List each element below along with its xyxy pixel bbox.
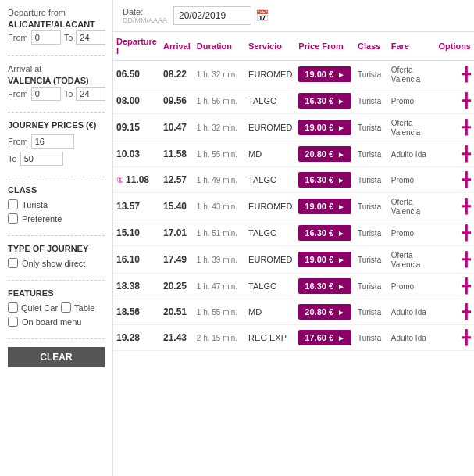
- journey-type-header: TYPE OF JOURNEY: [8, 244, 105, 253]
- arrival-cell: 12.57: [160, 167, 194, 193]
- options-cell[interactable]: ╋: [435, 299, 474, 325]
- fare-text: Promo: [391, 97, 414, 106]
- duration-text: 1 h. 51 min.: [197, 229, 237, 238]
- price-cell[interactable]: 16.30 € ►: [295, 88, 355, 114]
- price-button[interactable]: 16.30 € ►: [298, 172, 351, 188]
- price-cell[interactable]: 19.00 € ►: [295, 193, 355, 220]
- add-button[interactable]: ╋: [462, 224, 471, 242]
- add-button[interactable]: ╋: [462, 145, 471, 163]
- fare-cell: Promo: [388, 220, 436, 246]
- price-button[interactable]: 16.30 € ►: [298, 278, 351, 294]
- price-button[interactable]: 16.30 € ►: [298, 93, 351, 109]
- options-cell[interactable]: ╋: [435, 141, 474, 167]
- departure-time-range: From To: [8, 30, 105, 45]
- add-button[interactable]: ╋: [462, 198, 471, 215]
- price-cell[interactable]: 20.80 € ►: [295, 299, 355, 325]
- options-cell[interactable]: ╋: [435, 88, 474, 114]
- options-cell[interactable]: ╋: [435, 220, 474, 246]
- departure-cell: 08.00: [113, 88, 160, 114]
- price-cell[interactable]: 16.30 € ►: [295, 220, 355, 246]
- add-button[interactable]: ╋: [462, 66, 471, 83]
- options-cell[interactable]: ╋: [435, 246, 474, 274]
- price-cell[interactable]: 19.00 € ►: [295, 114, 355, 141]
- options-cell[interactable]: ╋: [435, 274, 474, 299]
- quiet-car-label: Quiet Car: [21, 303, 58, 313]
- price-button[interactable]: 19.00 € ►: [298, 252, 351, 267]
- duration-cell: 1 h. 55 min.: [194, 299, 245, 325]
- add-button[interactable]: ╋: [462, 171, 471, 188]
- calendar-icon[interactable]: 📅: [255, 9, 269, 22]
- table-header-row: Departure I Arrival Duration Servicio Pr…: [113, 32, 474, 61]
- arrival-time: 15.40: [163, 201, 187, 212]
- add-button[interactable]: ╋: [462, 329, 471, 346]
- arrival-cell: 09.56: [160, 88, 194, 114]
- duration-cell: 2 h. 15 min.: [194, 325, 245, 351]
- fare-text: Promo: [391, 176, 414, 184]
- price-button[interactable]: 20.80 € ►: [298, 304, 351, 320]
- price-button[interactable]: 16.30 € ►: [298, 225, 351, 241]
- price-button[interactable]: 19.00 € ►: [298, 120, 351, 135]
- col-header-departure: Departure I: [113, 32, 160, 61]
- class-text: Turista: [358, 70, 381, 79]
- class-preferente-checkbox[interactable]: [8, 213, 18, 224]
- options-cell[interactable]: ╋: [435, 114, 474, 141]
- add-button[interactable]: ╋: [462, 119, 471, 136]
- fare-cell: Promo: [388, 88, 436, 114]
- add-button[interactable]: ╋: [462, 277, 471, 295]
- price-from-input[interactable]: [31, 134, 74, 149]
- price-cell[interactable]: 19.00 € ►: [295, 61, 355, 88]
- price-button[interactable]: 19.00 € ►: [298, 199, 351, 214]
- class-text: Turista: [358, 308, 381, 317]
- departure-label: Departure from: [8, 8, 105, 17]
- arrival-from-input[interactable]: [31, 87, 61, 101]
- class-turista-checkbox[interactable]: [8, 199, 18, 209]
- add-button[interactable]: ╋: [462, 251, 471, 268]
- fare-text: Oferta Valencia: [391, 198, 421, 216]
- price-to-input[interactable]: [20, 152, 63, 166]
- class-text: Turista: [358, 282, 381, 291]
- col-header-class: Class: [355, 32, 388, 61]
- duration-cell: 1 h. 32 min.: [194, 114, 245, 141]
- sidebar: Departure from ALICANTE/ALACANT From To …: [0, 0, 113, 476]
- price-cell[interactable]: 20.80 € ►: [295, 141, 355, 167]
- price-cell[interactable]: 16.30 € ►: [295, 167, 355, 193]
- date-input[interactable]: [173, 6, 251, 25]
- price-button[interactable]: 17.60 € ►: [298, 330, 351, 345]
- arrival-time: 21.43: [163, 332, 187, 343]
- departure-cell: 15.10: [113, 220, 160, 246]
- duration-text: 1 h. 55 min.: [197, 150, 237, 159]
- col-header-duration: Duration: [194, 32, 245, 61]
- price-button[interactable]: 19.00 € ►: [298, 66, 351, 82]
- servicio-cell: REG EXP: [245, 325, 295, 351]
- price-cell[interactable]: 16.30 € ►: [295, 274, 355, 299]
- class-cell: Turista: [355, 61, 388, 88]
- duration-text: 1 h. 32 min.: [197, 70, 237, 79]
- duration-text: 1 h. 39 min.: [197, 256, 237, 264]
- class-turista-label: Turista: [22, 200, 48, 209]
- quiet-car-checkbox[interactable]: [8, 302, 18, 313]
- duration-text: 2 h. 15 min.: [197, 334, 237, 342]
- on-board-menu-checkbox[interactable]: [8, 317, 18, 327]
- options-cell[interactable]: ╋: [435, 61, 474, 88]
- duration-text: 1 h. 47 min.: [197, 282, 237, 291]
- price-cell[interactable]: 17.60 € ►: [295, 325, 355, 351]
- price-button[interactable]: 20.80 € ►: [298, 146, 351, 162]
- table-checkbox[interactable]: [61, 302, 71, 313]
- clear-button[interactable]: CLEAR: [8, 347, 105, 367]
- options-cell[interactable]: ╋: [435, 325, 474, 351]
- table-row: 18.3820.251 h. 47 min.TALGO16.30 € ►Turi…: [113, 274, 474, 299]
- arrival-to-input[interactable]: [76, 87, 105, 101]
- options-cell[interactable]: ╋: [435, 193, 474, 220]
- add-button[interactable]: ╋: [462, 303, 471, 320]
- departure-from-input[interactable]: [31, 30, 61, 45]
- departure-cell: 10.03: [113, 141, 160, 167]
- options-cell[interactable]: ╋: [435, 167, 474, 193]
- fare-text: Oferta Valencia: [391, 251, 421, 269]
- departure-to-input[interactable]: [76, 30, 105, 45]
- arrival-time: 17.01: [163, 227, 187, 238]
- direct-only-checkbox[interactable]: [8, 258, 18, 268]
- add-button[interactable]: ╋: [462, 92, 471, 109]
- price-cell[interactable]: 19.00 € ►: [295, 246, 355, 274]
- price-arrow: ►: [337, 123, 345, 132]
- class-section: CLASS Turista Preferente: [8, 185, 105, 236]
